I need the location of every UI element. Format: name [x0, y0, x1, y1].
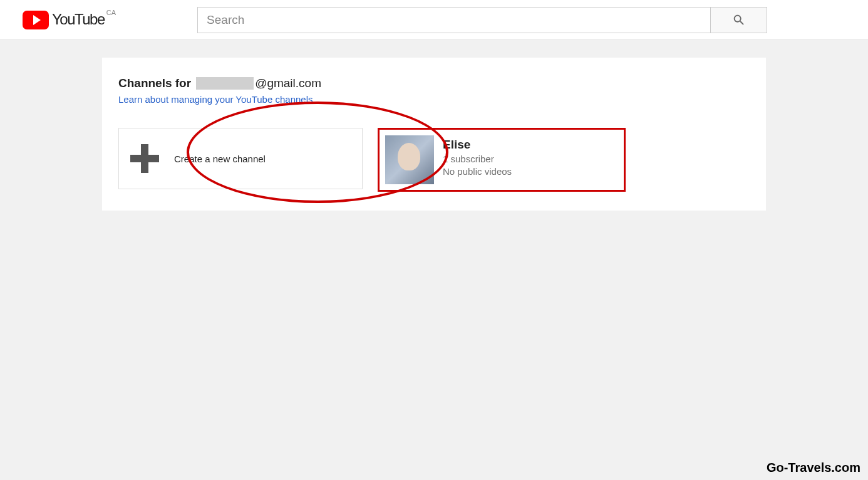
channel-videos: No public videos	[443, 165, 512, 178]
channels-grid: Create a new channel Elise 1 subscriber …	[118, 128, 747, 192]
page-title: Channels for @gmail.com	[118, 76, 747, 90]
redacted-email-prefix	[196, 77, 254, 90]
search-button[interactable]	[711, 7, 767, 33]
avatar	[385, 135, 434, 184]
region-code: CA	[106, 9, 116, 16]
channel-card[interactable]: Elise 1 subscriber No public videos	[378, 128, 626, 192]
search-icon	[732, 13, 746, 27]
create-channel-card[interactable]: Create a new channel	[118, 128, 363, 189]
search-input[interactable]	[197, 7, 711, 33]
search-container	[197, 7, 767, 33]
create-channel-label: Create a new channel	[174, 154, 266, 164]
main-content: Channels for @gmail.com Learn about mana…	[102, 58, 766, 211]
channel-subscribers: 1 subscriber	[443, 153, 512, 165]
youtube-play-icon	[23, 11, 49, 29]
channel-info: Elise 1 subscriber No public videos	[443, 135, 512, 184]
youtube-logo-text: YouTube	[52, 11, 105, 28]
title-prefix: Channels for	[118, 76, 191, 90]
plus-icon	[130, 144, 159, 173]
title-suffix: @gmail.com	[255, 76, 321, 90]
header: YouTube CA	[0, 0, 868, 40]
channel-name: Elise	[443, 138, 512, 152]
learn-link[interactable]: Learn about managing your YouTube channe…	[118, 94, 313, 105]
youtube-logo[interactable]: YouTube CA	[23, 11, 116, 29]
watermark: Go-Travels.com	[767, 461, 860, 475]
